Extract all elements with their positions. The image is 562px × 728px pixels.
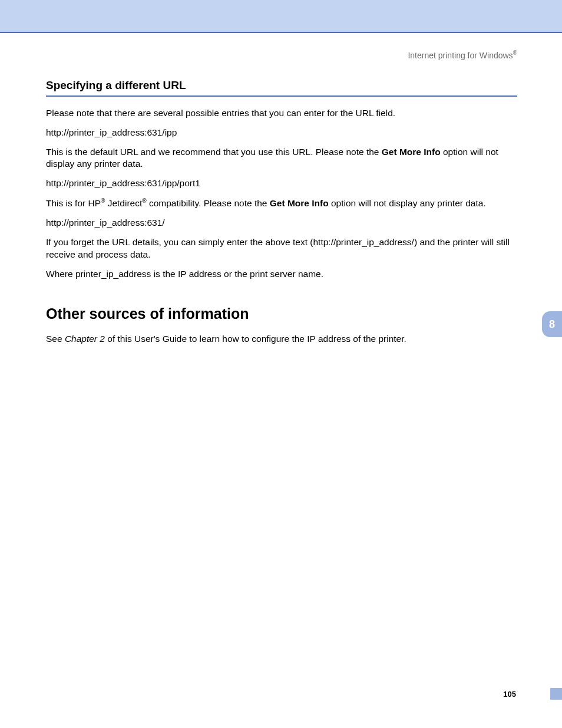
running-header: Internet printing for Windows® bbox=[0, 33, 562, 60]
top-bar bbox=[0, 0, 562, 33]
url-text: http://printer_ip_address:631/ipp bbox=[46, 127, 517, 139]
url-text: http://printer_ip_address:631/ipp/port1 bbox=[46, 177, 517, 190]
text: Jetdirect bbox=[105, 198, 142, 208]
footer-bar bbox=[550, 688, 562, 700]
url-text: http://printer_ip_address:631/ bbox=[46, 217, 517, 229]
page-content: Specifying a different URL Please note t… bbox=[0, 60, 562, 345]
bold-text: Get More Info bbox=[270, 198, 329, 208]
header-label: Internet printing for Windows bbox=[408, 51, 513, 60]
paragraph: Please note that there are several possi… bbox=[46, 107, 517, 120]
registered-icon: ® bbox=[142, 197, 146, 204]
chapter-number: 8 bbox=[549, 318, 555, 331]
paragraph: If you forget the URL details, you can s… bbox=[46, 236, 517, 261]
bold-text: Get More Info bbox=[382, 147, 441, 157]
paragraph: This is the default URL and we recommend… bbox=[46, 146, 517, 171]
text: option will not display any printer data… bbox=[329, 198, 486, 208]
text: See bbox=[46, 334, 65, 344]
registered-icon: ® bbox=[513, 50, 517, 56]
text: This is the default URL and we recommend… bbox=[46, 147, 382, 157]
page-number: 105 bbox=[503, 690, 516, 699]
text: of this User's Guide to learn how to con… bbox=[105, 334, 406, 344]
paragraph: Where printer_ip_address is the IP addre… bbox=[46, 268, 517, 281]
italic-text: Chapter 2 bbox=[65, 334, 105, 344]
text: compatibility. Please note the bbox=[147, 198, 270, 208]
text: This is for HP bbox=[46, 198, 101, 208]
main-heading: Other sources of information bbox=[46, 305, 517, 322]
section-title: Specifying a different URL bbox=[46, 79, 517, 97]
chapter-tab: 8 bbox=[542, 311, 562, 337]
paragraph: See Chapter 2 of this User's Guide to le… bbox=[46, 333, 517, 345]
paragraph: This is for HP® Jetdirect® compatibility… bbox=[46, 197, 517, 210]
